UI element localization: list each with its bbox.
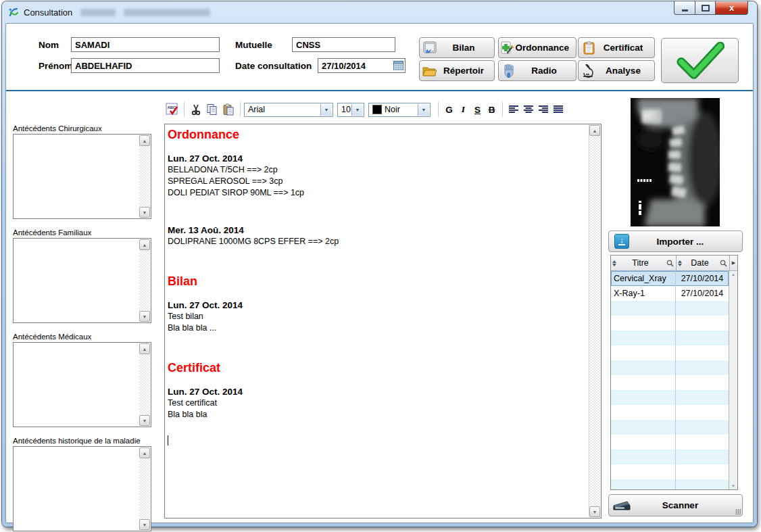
table-row-empty[interactable] (611, 390, 729, 405)
editor-toolbar: ABC Arial ▼ 10 ▼ (164, 100, 566, 119)
cell-titre (611, 301, 676, 316)
table-scrollbar[interactable]: ▲ ▼ (729, 271, 737, 489)
cell-titre (611, 464, 676, 479)
cell-date (676, 450, 729, 464)
cell-titre (611, 331, 676, 345)
table-row-empty[interactable] (611, 420, 729, 435)
align-justify-button[interactable] (551, 102, 566, 117)
minimize-button[interactable] (674, 1, 695, 15)
table-row[interactable]: Cervical_Xray27/10/2014 (611, 271, 729, 286)
antecedents-textarea[interactable]: ▲▼ (13, 446, 151, 531)
font-size-select[interactable]: 10 ▼ (337, 103, 364, 117)
close-button[interactable]: x (716, 1, 748, 15)
font-family-select[interactable]: Arial ▼ (244, 103, 333, 117)
align-center-button[interactable] (521, 102, 536, 117)
table-row-empty[interactable] (611, 345, 729, 360)
calendar-icon[interactable] (393, 60, 403, 70)
strikethrough-button[interactable]: B (485, 102, 499, 117)
repertoir-button[interactable]: Répertoir (419, 60, 495, 81)
column-label: Titre (616, 258, 664, 268)
column-header-titre[interactable]: Titre (611, 256, 677, 271)
textarea-scrollbar[interactable]: ▲▼ (139, 239, 150, 322)
ordonnance-label: Ordonnance (515, 43, 576, 53)
radio-button[interactable]: Radio (498, 60, 576, 81)
filter-search-icon[interactable] (666, 260, 674, 267)
validate-button[interactable] (661, 38, 739, 83)
column-header-date[interactable]: Date (677, 256, 730, 271)
antecedents-group: Antécédents Chirurgicaux▲▼ (13, 124, 151, 219)
scroll-up-icon[interactable]: ▲ (139, 343, 150, 354)
table-row-empty[interactable] (611, 375, 729, 390)
table-row-empty[interactable] (611, 450, 729, 464)
table-row-empty[interactable] (611, 316, 729, 331)
scroll-up-icon[interactable]: ▲ (139, 135, 150, 146)
chevron-down-icon[interactable]: ▼ (418, 104, 429, 116)
resize-grip[interactable] (735, 509, 741, 514)
scroll-down-icon[interactable]: ▼ (139, 311, 150, 322)
more-columns-icon[interactable]: ▶ (730, 256, 737, 271)
filter-search-icon[interactable] (720, 260, 727, 267)
italic-button[interactable]: I (456, 102, 470, 117)
bilan-button[interactable]: Bilan (419, 37, 495, 58)
table-row-empty[interactable] (611, 479, 729, 490)
scroll-up-icon[interactable]: ▲ (139, 448, 150, 458)
scroll-down-icon[interactable]: ▼ (139, 207, 150, 218)
table-row-empty[interactable] (611, 360, 729, 375)
antecedents-textarea[interactable]: ▲▼ (13, 238, 151, 323)
table-row[interactable]: X-Ray-127/10/2014 (611, 286, 729, 301)
ordonnance-button[interactable]: Ordonnance (498, 37, 576, 58)
align-left-button[interactable] (506, 102, 521, 117)
editor-scrollbar[interactable]: ▲ ▼ (589, 125, 600, 517)
scroll-up-icon[interactable]: ▲ (731, 272, 735, 276)
bold-button[interactable]: G (442, 102, 456, 117)
chevron-down-icon[interactable]: ▼ (351, 104, 363, 116)
entry-date: Lun. 27 Oct. 2014 (168, 386, 587, 397)
nom-input[interactable]: SAMADI (71, 37, 220, 52)
close-icon: x (729, 3, 734, 12)
scroll-up-icon[interactable]: ▲ (589, 125, 600, 136)
scanner-button[interactable]: Scanner (608, 494, 743, 516)
table-row-empty[interactable] (611, 301, 729, 316)
editor-document[interactable]: OrdonnanceLun. 27 Oct. 2014BELLADONA T/5… (168, 126, 587, 516)
cut-button[interactable] (188, 101, 204, 118)
scroll-down-icon[interactable]: ▼ (589, 506, 600, 517)
xray-image[interactable] (631, 98, 720, 226)
screenshot: Consultation x Nom SAMADI Prénom ABDELHA… (0, 0, 761, 532)
title-bar[interactable]: Consultation (2, 1, 757, 23)
table-row-empty[interactable] (611, 464, 729, 479)
textarea-scrollbar[interactable]: ▲▼ (139, 343, 150, 426)
cell-date (676, 479, 729, 490)
antecedents-textarea[interactable]: ▲▼ (13, 134, 151, 219)
table-row-empty[interactable] (611, 435, 729, 450)
importer-button[interactable]: ↓ Importer ... (608, 231, 743, 252)
toolbar-separator (438, 102, 439, 117)
table-row-empty[interactable] (611, 331, 729, 345)
antecedents-textarea[interactable]: ▲▼ (13, 342, 151, 427)
attachments-table: Titre Date ▶ Cervical_Xray27/10/2014X-Ra… (610, 255, 738, 490)
ordonnance-icon (499, 41, 515, 55)
maximize-button[interactable] (695, 1, 716, 15)
underline-button[interactable]: S (470, 102, 485, 117)
analyse-button[interactable]: Analyse (578, 60, 655, 81)
entry-line: DOLI PEDIAT SIROP 90ML ==> 1cp (168, 187, 587, 199)
scroll-down-icon[interactable]: ▼ (139, 415, 150, 426)
copy-button[interactable] (204, 101, 220, 118)
chevron-down-icon[interactable]: ▼ (320, 104, 332, 116)
scroll-up-icon[interactable]: ▲ (139, 239, 150, 250)
spellcheck-button[interactable]: ABC (164, 101, 180, 118)
font-family-value: Arial (248, 105, 265, 114)
mutuelle-input[interactable]: CNSS (292, 37, 395, 52)
scroll-down-icon[interactable]: ▼ (139, 519, 150, 530)
align-right-button[interactable] (536, 102, 551, 117)
certificat-button[interactable]: Certificat (578, 37, 655, 58)
prenom-input[interactable]: ABDELHAFID (71, 58, 220, 73)
textarea-scrollbar[interactable]: ▲▼ (139, 135, 150, 218)
antecedents-group: Antécédents Médicaux▲▼ (13, 333, 151, 427)
textarea-scrollbar[interactable]: ▲▼ (139, 448, 150, 530)
table-row-empty[interactable] (611, 405, 729, 420)
date-consultation-input[interactable]: 27/10/2014 (318, 58, 406, 73)
font-color-select[interactable]: Noir ▼ (368, 103, 431, 117)
editor-area[interactable]: OrdonnanceLun. 27 Oct. 2014BELLADONA T/5… (164, 124, 602, 518)
scroll-down-icon[interactable]: ▼ (731, 484, 735, 488)
paste-button[interactable] (220, 101, 237, 118)
